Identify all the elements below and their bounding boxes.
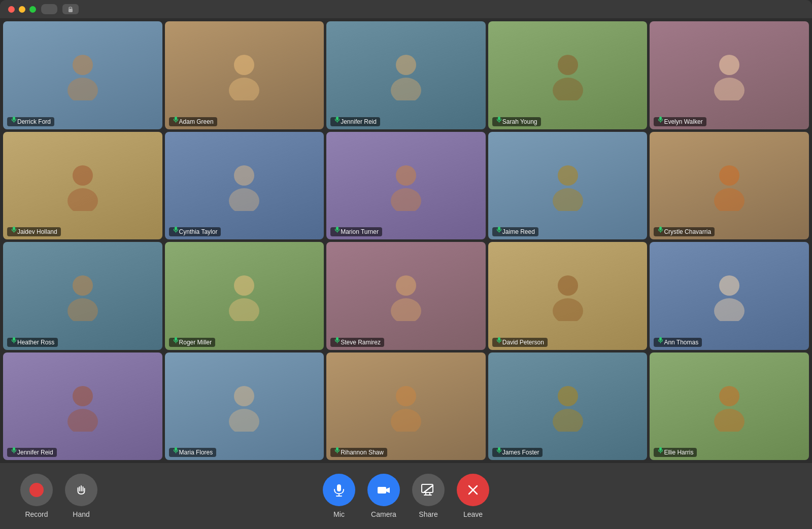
mic-button[interactable]: Mic [323, 474, 355, 518]
camera-button[interactable]: Camera [367, 474, 400, 518]
hand-circle [65, 474, 97, 506]
share-button[interactable]: Share [412, 474, 445, 518]
person-avatar [548, 270, 588, 321]
participant-mic-icon [496, 226, 502, 233]
svg-point-29 [396, 165, 416, 186]
participant-name-tag: Steve Ramirez [330, 338, 384, 347]
camera-circle [367, 474, 400, 506]
video-tile: Jennifer Reid [326, 21, 486, 129]
person-avatar [62, 160, 103, 211]
video-tile: Rihannon Shaw [326, 352, 486, 461]
video-tile: Derrick Ford [3, 21, 162, 129]
participant-mic-icon [334, 226, 340, 233]
hand-icon [73, 482, 89, 498]
participant-mic-icon [658, 116, 663, 123]
video-tile: Roger Miller [165, 242, 324, 350]
mic-label: Mic [333, 510, 345, 518]
participant-name-tag: Jaidev Holland [7, 227, 61, 236]
svg-rect-23 [13, 227, 15, 230]
person-avatar [709, 160, 750, 211]
svg-rect-79 [659, 447, 662, 451]
svg-rect-84 [378, 487, 386, 493]
person-avatar [548, 50, 588, 100]
svg-rect-47 [175, 337, 177, 340]
participant-mic-icon [11, 337, 17, 343]
participant-name-tag: Jennifer Reid [330, 117, 380, 126]
video-tile: Sarah Young [488, 21, 648, 129]
person-avatar [62, 270, 103, 321]
participant-mic-icon [173, 447, 179, 453]
svg-point-13 [558, 55, 578, 75]
title-bar [0, 0, 812, 18]
svg-rect-59 [659, 337, 662, 340]
participant-mic-icon [658, 447, 663, 453]
person-avatar [62, 381, 103, 432]
svg-rect-71 [336, 447, 339, 451]
hand-button[interactable]: Hand [65, 474, 97, 518]
hand-label: Hand [73, 510, 89, 518]
participant-mic-icon [334, 116, 340, 123]
person-avatar [386, 160, 426, 211]
leave-circle [457, 474, 489, 506]
svg-point-30 [391, 188, 421, 211]
participant-name-tag: Ellie Harris [654, 448, 697, 457]
video-tile: Adam Green [165, 21, 324, 129]
record-button[interactable]: Record [20, 474, 53, 518]
record-circle [20, 474, 53, 506]
svg-point-53 [558, 275, 578, 296]
person-avatar [386, 270, 426, 321]
person-avatar [62, 50, 103, 100]
participant-mic-icon [334, 337, 340, 343]
participant-name-tag: Roger Miller [169, 338, 216, 347]
video-tile: James Foster [488, 352, 648, 461]
minimize-dot[interactable] [19, 6, 25, 13]
svg-line-89 [424, 485, 433, 492]
svg-point-5 [234, 55, 254, 75]
person-avatar [386, 381, 426, 432]
svg-rect-0 [69, 9, 73, 12]
svg-rect-43 [13, 337, 15, 340]
svg-point-42 [67, 298, 98, 321]
leave-label: Leave [463, 510, 483, 518]
svg-point-22 [67, 188, 98, 211]
participant-name-tag: James Foster [492, 448, 543, 457]
close-dot[interactable] [8, 6, 15, 13]
controls-center: Mic Camera Share [323, 474, 489, 518]
share-label: Share [419, 510, 437, 518]
mic-circle [323, 474, 355, 506]
leave-icon [466, 483, 480, 497]
participant-mic-icon [496, 337, 502, 343]
svg-point-78 [714, 409, 745, 432]
participant-mic-icon [11, 226, 17, 233]
svg-point-37 [719, 165, 739, 186]
svg-point-26 [229, 188, 259, 211]
person-avatar [224, 50, 264, 100]
svg-point-14 [553, 78, 583, 100]
control-bar: Record Hand Mic [0, 463, 812, 529]
svg-point-6 [229, 78, 259, 100]
svg-rect-15 [498, 116, 500, 120]
leave-button[interactable]: Leave [457, 474, 489, 518]
svg-point-69 [396, 386, 416, 406]
video-tile: David Peterson [488, 242, 648, 350]
video-tile: Steve Ramirez [326, 242, 486, 350]
traffic-lights [8, 6, 36, 13]
video-tile: Jennifer Reid [3, 352, 162, 461]
svg-rect-55 [498, 337, 500, 340]
participant-mic-icon [496, 116, 502, 123]
svg-rect-85 [422, 484, 433, 492]
participant-mic-icon [173, 116, 179, 123]
svg-rect-67 [175, 447, 177, 451]
video-tile: Ann Thomas [650, 242, 809, 350]
svg-point-45 [234, 275, 254, 296]
participant-name-tag: Ann Thomas [654, 338, 702, 347]
video-tile: Evelyn Walker [650, 21, 809, 129]
participant-mic-icon [11, 116, 17, 123]
participant-name-tag: David Peterson [492, 338, 548, 347]
camera-label: Camera [371, 510, 396, 518]
video-tile: Heather Ross [3, 242, 162, 350]
person-avatar [709, 270, 750, 321]
svg-rect-63 [13, 447, 15, 451]
controls-left: Record Hand [20, 474, 97, 518]
maximize-dot[interactable] [29, 6, 36, 13]
